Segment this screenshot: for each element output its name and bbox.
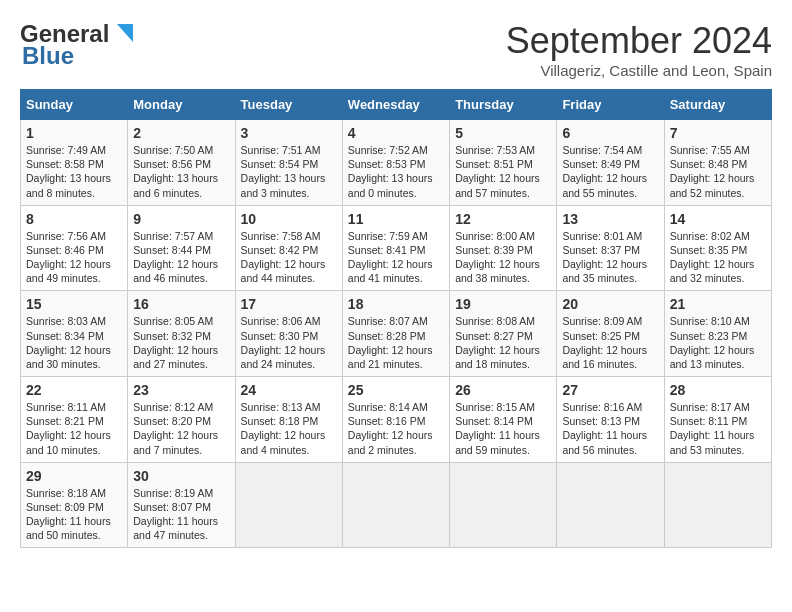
day-number: 14 — [670, 211, 766, 227]
calendar-cell: 27 Sunrise: 8:16 AM Sunset: 8:13 PM Dayl… — [557, 377, 664, 463]
cell-content: Sunrise: 8:12 AM Sunset: 8:20 PM Dayligh… — [133, 400, 229, 457]
month-title: September 2024 — [506, 20, 772, 62]
calendar-cell: 10 Sunrise: 7:58 AM Sunset: 8:42 PM Dayl… — [235, 205, 342, 291]
daylight-label: Daylight: 12 hours and 21 minutes. — [348, 344, 433, 370]
sunrise-label: Sunrise: 8:01 AM — [562, 230, 642, 242]
daylight-label: Daylight: 11 hours and 53 minutes. — [670, 429, 755, 455]
daylight-label: Daylight: 13 hours and 8 minutes. — [26, 172, 111, 198]
sunrise-label: Sunrise: 7:57 AM — [133, 230, 213, 242]
daylight-label: Daylight: 12 hours and 35 minutes. — [562, 258, 647, 284]
day-number: 25 — [348, 382, 444, 398]
sunset-label: Sunset: 8:46 PM — [26, 244, 104, 256]
sunset-label: Sunset: 8:41 PM — [348, 244, 426, 256]
day-number: 17 — [241, 296, 337, 312]
calendar-cell: 28 Sunrise: 8:17 AM Sunset: 8:11 PM Dayl… — [664, 377, 771, 463]
daylight-label: Daylight: 12 hours and 2 minutes. — [348, 429, 433, 455]
calendar-cell: 9 Sunrise: 7:57 AM Sunset: 8:44 PM Dayli… — [128, 205, 235, 291]
day-number: 24 — [241, 382, 337, 398]
calendar-body: 1 Sunrise: 7:49 AM Sunset: 8:58 PM Dayli… — [21, 120, 772, 548]
sunrise-label: Sunrise: 7:58 AM — [241, 230, 321, 242]
calendar-cell: 6 Sunrise: 7:54 AM Sunset: 8:49 PM Dayli… — [557, 120, 664, 206]
location: Villageriz, Castille and Leon, Spain — [506, 62, 772, 79]
day-number: 12 — [455, 211, 551, 227]
daylight-label: Daylight: 12 hours and 24 minutes. — [241, 344, 326, 370]
sunrise-label: Sunrise: 8:05 AM — [133, 315, 213, 327]
sunrise-label: Sunrise: 8:12 AM — [133, 401, 213, 413]
sunset-label: Sunset: 8:39 PM — [455, 244, 533, 256]
sunset-label: Sunset: 8:20 PM — [133, 415, 211, 427]
cell-content: Sunrise: 7:55 AM Sunset: 8:48 PM Dayligh… — [670, 143, 766, 200]
calendar-week-1: 1 Sunrise: 7:49 AM Sunset: 8:58 PM Dayli… — [21, 120, 772, 206]
sunrise-label: Sunrise: 8:13 AM — [241, 401, 321, 413]
calendar-cell: 7 Sunrise: 7:55 AM Sunset: 8:48 PM Dayli… — [664, 120, 771, 206]
calendar-week-5: 29 Sunrise: 8:18 AM Sunset: 8:09 PM Dayl… — [21, 462, 772, 548]
sunset-label: Sunset: 8:44 PM — [133, 244, 211, 256]
calendar-week-3: 15 Sunrise: 8:03 AM Sunset: 8:34 PM Dayl… — [21, 291, 772, 377]
sunrise-label: Sunrise: 8:16 AM — [562, 401, 642, 413]
cell-content: Sunrise: 8:15 AM Sunset: 8:14 PM Dayligh… — [455, 400, 551, 457]
cell-content: Sunrise: 8:09 AM Sunset: 8:25 PM Dayligh… — [562, 314, 658, 371]
calendar-header-row: SundayMondayTuesdayWednesdayThursdayFrid… — [21, 90, 772, 120]
calendar-cell: 16 Sunrise: 8:05 AM Sunset: 8:32 PM Dayl… — [128, 291, 235, 377]
daylight-label: Daylight: 12 hours and 49 minutes. — [26, 258, 111, 284]
cell-content: Sunrise: 8:00 AM Sunset: 8:39 PM Dayligh… — [455, 229, 551, 286]
cell-content: Sunrise: 8:10 AM Sunset: 8:23 PM Dayligh… — [670, 314, 766, 371]
sunset-label: Sunset: 8:18 PM — [241, 415, 319, 427]
header-tuesday: Tuesday — [235, 90, 342, 120]
calendar-cell: 17 Sunrise: 8:06 AM Sunset: 8:30 PM Dayl… — [235, 291, 342, 377]
daylight-label: Daylight: 12 hours and 32 minutes. — [670, 258, 755, 284]
day-number: 22 — [26, 382, 122, 398]
cell-content: Sunrise: 8:07 AM Sunset: 8:28 PM Dayligh… — [348, 314, 444, 371]
daylight-label: Daylight: 11 hours and 50 minutes. — [26, 515, 111, 541]
sunset-label: Sunset: 8:21 PM — [26, 415, 104, 427]
cell-content: Sunrise: 8:08 AM Sunset: 8:27 PM Dayligh… — [455, 314, 551, 371]
cell-content: Sunrise: 7:58 AM Sunset: 8:42 PM Dayligh… — [241, 229, 337, 286]
day-number: 3 — [241, 125, 337, 141]
day-number: 15 — [26, 296, 122, 312]
cell-content: Sunrise: 8:16 AM Sunset: 8:13 PM Dayligh… — [562, 400, 658, 457]
calendar-cell: 12 Sunrise: 8:00 AM Sunset: 8:39 PM Dayl… — [450, 205, 557, 291]
calendar-cell: 2 Sunrise: 7:50 AM Sunset: 8:56 PM Dayli… — [128, 120, 235, 206]
calendar-cell: 24 Sunrise: 8:13 AM Sunset: 8:18 PM Dayl… — [235, 377, 342, 463]
day-number: 19 — [455, 296, 551, 312]
calendar-week-4: 22 Sunrise: 8:11 AM Sunset: 8:21 PM Dayl… — [21, 377, 772, 463]
day-number: 16 — [133, 296, 229, 312]
sunrise-label: Sunrise: 8:06 AM — [241, 315, 321, 327]
cell-content: Sunrise: 7:57 AM Sunset: 8:44 PM Dayligh… — [133, 229, 229, 286]
day-number: 20 — [562, 296, 658, 312]
cell-content: Sunrise: 8:19 AM Sunset: 8:07 PM Dayligh… — [133, 486, 229, 543]
sunrise-label: Sunrise: 7:51 AM — [241, 144, 321, 156]
day-number: 13 — [562, 211, 658, 227]
calendar-cell — [235, 462, 342, 548]
sunrise-label: Sunrise: 7:59 AM — [348, 230, 428, 242]
daylight-label: Daylight: 12 hours and 57 minutes. — [455, 172, 540, 198]
sunrise-label: Sunrise: 8:17 AM — [670, 401, 750, 413]
cell-content: Sunrise: 8:17 AM Sunset: 8:11 PM Dayligh… — [670, 400, 766, 457]
daylight-label: Daylight: 12 hours and 38 minutes. — [455, 258, 540, 284]
cell-content: Sunrise: 7:50 AM Sunset: 8:56 PM Dayligh… — [133, 143, 229, 200]
sunset-label: Sunset: 8:49 PM — [562, 158, 640, 170]
calendar-cell: 22 Sunrise: 8:11 AM Sunset: 8:21 PM Dayl… — [21, 377, 128, 463]
cell-content: Sunrise: 7:54 AM Sunset: 8:49 PM Dayligh… — [562, 143, 658, 200]
cell-content: Sunrise: 8:06 AM Sunset: 8:30 PM Dayligh… — [241, 314, 337, 371]
sunrise-label: Sunrise: 8:08 AM — [455, 315, 535, 327]
calendar-cell: 11 Sunrise: 7:59 AM Sunset: 8:41 PM Dayl… — [342, 205, 449, 291]
sunrise-label: Sunrise: 7:49 AM — [26, 144, 106, 156]
calendar-cell: 3 Sunrise: 7:51 AM Sunset: 8:54 PM Dayli… — [235, 120, 342, 206]
cell-content: Sunrise: 8:11 AM Sunset: 8:21 PM Dayligh… — [26, 400, 122, 457]
day-number: 27 — [562, 382, 658, 398]
day-number: 21 — [670, 296, 766, 312]
daylight-label: Daylight: 12 hours and 13 minutes. — [670, 344, 755, 370]
daylight-label: Daylight: 13 hours and 6 minutes. — [133, 172, 218, 198]
day-number: 7 — [670, 125, 766, 141]
daylight-label: Daylight: 12 hours and 18 minutes. — [455, 344, 540, 370]
sunrise-label: Sunrise: 8:11 AM — [26, 401, 106, 413]
sunset-label: Sunset: 8:35 PM — [670, 244, 748, 256]
page-header: General Blue September 2024 Villageriz, … — [20, 20, 772, 79]
daylight-label: Daylight: 12 hours and 4 minutes. — [241, 429, 326, 455]
day-number: 29 — [26, 468, 122, 484]
day-number: 1 — [26, 125, 122, 141]
calendar-cell: 29 Sunrise: 8:18 AM Sunset: 8:09 PM Dayl… — [21, 462, 128, 548]
day-number: 4 — [348, 125, 444, 141]
daylight-label: Daylight: 11 hours and 59 minutes. — [455, 429, 540, 455]
